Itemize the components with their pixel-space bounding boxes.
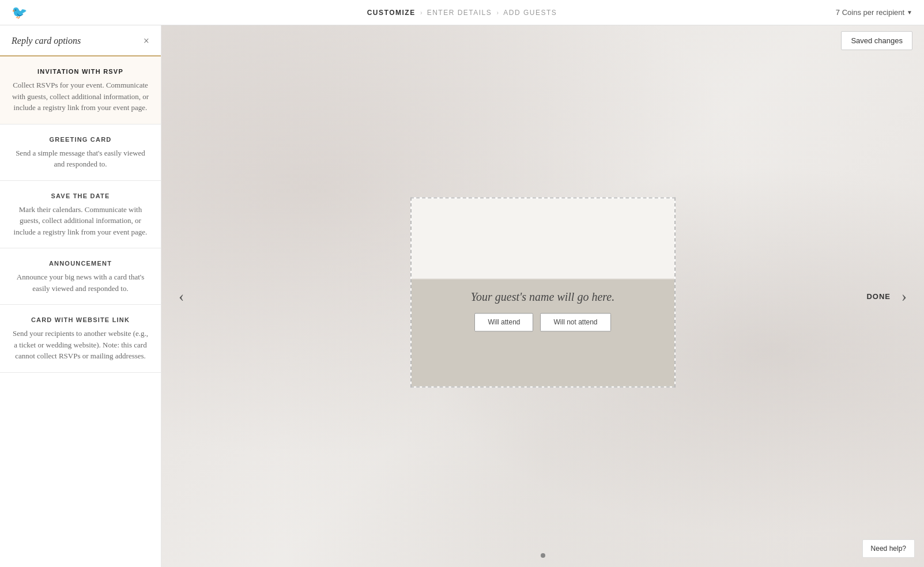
next-arrow-icon[interactable]: › <box>896 281 912 311</box>
sidebar-item-save-the-date[interactable]: SAVE THE DATE Mark their calendars. Comm… <box>0 181 161 249</box>
card-website-desc: Send your recipients to another website … <box>12 328 149 362</box>
coins-indicator[interactable]: 7 Coins per recipient ▼ <box>836 8 912 17</box>
save-the-date-title: SAVE THE DATE <box>12 192 149 199</box>
nav-step-add-guests[interactable]: ADD GUESTS <box>503 9 557 17</box>
page-dot-indicator <box>541 553 545 558</box>
card-buttons: Will attend Will not attend <box>474 313 610 331</box>
nav-step-enter-details[interactable]: ENTER DETAILS <box>427 9 492 17</box>
sidebar: Reply card options × INVITATION WITH RSV… <box>0 25 161 567</box>
card-bottom-half: Your guest's name will go here. Will att… <box>412 279 674 387</box>
nav-step-customize[interactable]: CUSTOMIZE <box>367 9 416 17</box>
sidebar-header: Reply card options × <box>0 25 161 56</box>
coins-dropdown-arrow: ▼ <box>907 9 912 16</box>
card-preview-container: Your guest's name will go here. Will att… <box>410 197 676 387</box>
sidebar-item-card-website[interactable]: CARD WITH WEBSITE LINK Send your recipie… <box>0 305 161 373</box>
announcement-desc: Announce your big news with a card that'… <box>12 271 149 294</box>
nav-steps: CUSTOMIZE › ENTER DETAILS › ADD GUESTS <box>367 8 557 17</box>
card-top-half <box>412 198 674 279</box>
close-icon[interactable]: × <box>144 36 149 46</box>
sidebar-item-announcement[interactable]: ANNOUNCEMENT Announce your big news with… <box>0 248 161 305</box>
chevron-icon-2: › <box>496 8 499 17</box>
chevron-icon-1: › <box>420 8 423 17</box>
greeting-card-title: GREETING CARD <box>12 136 149 143</box>
invitation-rsvp-title: INVITATION WITH RSVP <box>12 68 149 75</box>
done-label[interactable]: DONE <box>866 292 891 301</box>
greeting-card-desc: Send a simple message that's easily view… <box>12 148 149 170</box>
will-not-attend-button[interactable]: Will not attend <box>540 313 610 331</box>
logo-icon[interactable]: 🐦 <box>12 5 27 20</box>
marble-background: ‹ Your guest's name will go here. Will a… <box>161 25 924 567</box>
main-area: ‹ Your guest's name will go here. Will a… <box>161 25 924 567</box>
top-nav: 🐦 CUSTOMIZE › ENTER DETAILS › ADD GUESTS… <box>0 0 924 25</box>
sidebar-item-invitation-rsvp[interactable]: INVITATION WITH RSVP Collect RSVPs for y… <box>0 56 161 124</box>
sidebar-title: Reply card options <box>12 36 81 46</box>
sidebar-item-greeting-card[interactable]: GREETING CARD Send a simple message that… <box>0 124 161 181</box>
coins-label: 7 Coins per recipient <box>836 8 904 17</box>
will-attend-button[interactable]: Will attend <box>474 313 533 331</box>
prev-arrow-icon[interactable]: ‹ <box>173 281 190 311</box>
guest-name-placeholder: Your guest's name will go here. <box>471 290 614 304</box>
invitation-rsvp-desc: Collect RSVPs for your event. Communicat… <box>12 80 149 114</box>
save-the-date-desc: Mark their calendars. Communicate with g… <box>12 204 149 238</box>
card-preview: Your guest's name will go here. Will att… <box>410 197 676 387</box>
announcement-title: ANNOUNCEMENT <box>12 260 149 267</box>
need-help-button[interactable]: Need help? <box>862 539 915 558</box>
saved-changes-button[interactable]: Saved changes <box>841 31 912 50</box>
card-website-title: CARD WITH WEBSITE LINK <box>12 316 149 323</box>
